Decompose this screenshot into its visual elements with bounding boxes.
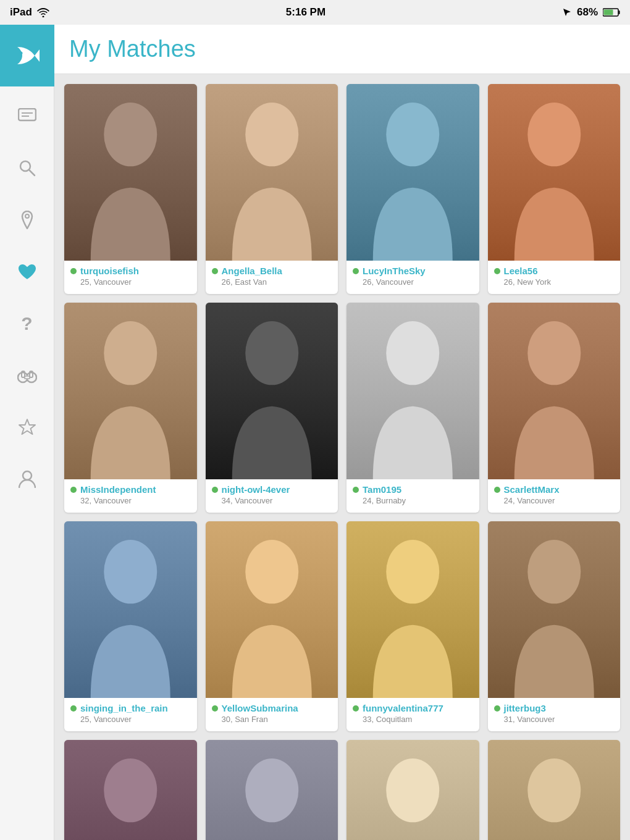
match-photo	[346, 84, 479, 261]
sidebar-item-messages[interactable]	[10, 99, 44, 133]
match-username: Tam0195	[363, 484, 401, 495]
match-name: night-owl-4ever	[212, 484, 332, 495]
match-photo	[346, 303, 479, 479]
sidebar-item-browse[interactable]	[10, 358, 44, 393]
status-left: iPad	[10, 6, 49, 19]
match-name: ScarlettMarx	[494, 484, 615, 495]
match-photo	[206, 303, 338, 479]
match-card[interactable]: LucyInTheSky26, Vancouver	[346, 84, 479, 294]
match-card[interactable]: MissIndependent32, Vancouver	[64, 303, 197, 513]
photo-placeholder-svg	[346, 303, 479, 479]
match-card[interactable]: YellowSubmarina30, San Fran	[206, 521, 338, 731]
match-card[interactable]: RedTide31, Coquitlam	[64, 740, 197, 840]
sidebar-item-location[interactable]	[10, 203, 44, 237]
match-card-info: turquoisefish25, Vancouver	[64, 261, 197, 294]
match-meta: 26, East Van	[212, 277, 332, 287]
match-photo	[346, 740, 479, 840]
messages-icon	[18, 108, 36, 124]
match-username: Leela56	[504, 266, 538, 276]
online-indicator	[353, 705, 359, 712]
status-bar: iPad 5:16 PM 68%	[0, 0, 630, 25]
match-name: Leela56	[494, 266, 615, 276]
photo-placeholder-svg	[488, 84, 621, 261]
sidebar-item-questions[interactable]: ?	[10, 306, 44, 341]
match-username: MissIndependent	[80, 484, 156, 495]
online-indicator	[353, 268, 359, 274]
match-card[interactable]: jitterbug331, Vancouver	[488, 521, 621, 731]
match-username: night-owl-4ever	[222, 484, 290, 495]
match-username: LucyInTheSky	[363, 266, 426, 276]
match-meta: 33, Coquitlam	[353, 715, 473, 724]
sidebar-nav: ?	[0, 86, 54, 840]
fish-icon	[11, 40, 43, 72]
svg-point-26	[386, 103, 439, 166]
svg-point-46	[104, 758, 157, 822]
match-card[interactable]: Tam019524, Burnaby	[346, 303, 479, 513]
match-username: turquoisefish	[80, 266, 139, 276]
match-card[interactable]: funnyvalentina77733, Coquitlam	[346, 521, 479, 731]
match-photo	[64, 521, 197, 698]
match-photo	[206, 740, 338, 840]
online-indicator	[70, 487, 77, 493]
svg-point-19	[23, 471, 32, 480]
photo-placeholder-svg	[206, 84, 338, 261]
svg-rect-6	[19, 109, 36, 120]
match-card[interactable]: Angella_Bella26, East Van	[206, 84, 338, 294]
match-photo	[206, 84, 338, 261]
match-card[interactable]: ana_lee_128, Coquitlam	[488, 740, 621, 840]
online-indicator	[70, 705, 77, 712]
match-card-info: Angella_Bella26, East Van	[206, 261, 338, 294]
online-indicator	[353, 487, 359, 493]
battery-icon	[603, 8, 620, 17]
photo-placeholder-svg	[64, 84, 197, 261]
match-name: funnyvalentina777	[353, 703, 473, 713]
svg-point-32	[245, 321, 298, 385]
svg-marker-18	[19, 419, 35, 434]
svg-rect-4	[604, 10, 613, 15]
match-card[interactable]: Blue_lagoon_126, Burnaby	[206, 740, 338, 840]
photo-placeholder-svg	[206, 740, 338, 840]
sidebar-item-matches[interactable]	[10, 254, 44, 289]
svg-marker-1	[563, 9, 571, 16]
match-card-info: YellowSubmarina30, San Fran	[206, 698, 338, 731]
match-photo	[488, 84, 621, 261]
svg-point-24	[245, 103, 298, 166]
match-card[interactable]: night-owl-4ever34, Vancouver	[206, 303, 338, 513]
svg-point-0	[42, 16, 44, 18]
svg-point-5	[19, 52, 22, 55]
svg-point-52	[527, 758, 581, 822]
matches-grid: turquoisefish25, VancouverAngella_Bella2…	[54, 74, 630, 840]
match-card-info: Tam019524, Burnaby	[346, 479, 479, 513]
match-meta: 32, Vancouver	[70, 496, 191, 505]
match-card[interactable]: singing_in_the_rain25, Vancouver	[64, 521, 197, 731]
online-indicator	[212, 705, 218, 712]
svg-point-34	[386, 321, 439, 385]
search-icon	[19, 159, 36, 177]
svg-point-22	[104, 103, 157, 166]
status-right: 68%	[562, 6, 620, 19]
match-card[interactable]: Leela5626, New York	[488, 84, 621, 294]
sidebar-item-profile[interactable]	[10, 462, 44, 497]
match-meta: 25, Vancouver	[70, 277, 191, 287]
match-card[interactable]: SheenaCatfish25, Surrey	[346, 740, 479, 840]
match-name: LucyInTheSky	[353, 266, 473, 276]
profile-icon	[19, 470, 36, 489]
match-username: singing_in_the_rain	[80, 703, 168, 713]
match-username: Angella_Bella	[222, 266, 282, 276]
match-card-info: ScarlettMarx24, Vancouver	[488, 479, 621, 513]
match-card[interactable]: turquoisefish25, Vancouver	[64, 84, 197, 294]
photo-placeholder-svg	[488, 521, 621, 698]
page-title: My Matches	[69, 36, 615, 62]
battery-label: 68%	[577, 6, 598, 19]
match-card-info: jitterbug331, Vancouver	[488, 698, 621, 731]
sidebar-item-favorites[interactable]	[10, 410, 44, 445]
sidebar: ?	[0, 25, 54, 840]
match-name: YellowSubmarina	[212, 703, 332, 713]
photo-placeholder-svg	[346, 521, 479, 698]
sidebar-item-search[interactable]	[10, 151, 44, 185]
app-logo[interactable]	[0, 25, 54, 86]
match-card[interactable]: ScarlettMarx24, Vancouver	[488, 303, 621, 513]
photo-placeholder-svg	[346, 84, 479, 261]
match-card-info: LucyInTheSky26, Vancouver	[346, 261, 479, 294]
app-container: ?	[0, 25, 630, 840]
